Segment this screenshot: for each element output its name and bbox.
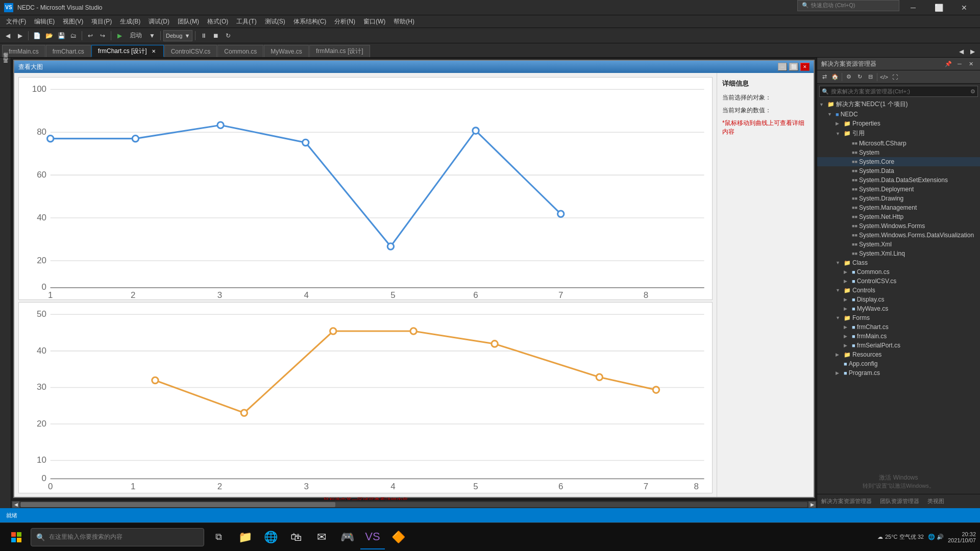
- taskbar-another-app[interactable]: 🔶: [386, 525, 410, 549]
- se-footer-team-explorer[interactable]: 团队资源管理器: [880, 497, 919, 505]
- se-close-btn[interactable]: ✕: [966, 59, 976, 69]
- toolbar-btn1[interactable]: ⏸: [198, 30, 209, 41]
- sidebar-item-toolbox[interactable]: 工具箱: [1, 65, 10, 69]
- tree-app-config[interactable]: ■ App.config: [817, 359, 980, 368]
- taskbar-mail-app[interactable]: ✉: [309, 525, 334, 549]
- taskbar-edge-app[interactable]: 🌐: [258, 525, 283, 549]
- toolbar-btn3[interactable]: ↻: [223, 30, 234, 41]
- tree-project-nedc[interactable]: ▼ ■ NEDC: [817, 110, 980, 119]
- restore-button[interactable]: ⬜: [927, 0, 950, 15]
- hscroll-right[interactable]: ▶: [808, 502, 816, 508]
- se-footer-solution-explorer[interactable]: 解决方案资源管理器: [821, 497, 872, 505]
- tab-scroll-right[interactable]: ▶: [967, 46, 978, 57]
- tab-frmmain-cs[interactable]: frmMain.cs: [2, 45, 45, 57]
- tab-common[interactable]: Common.cs: [217, 45, 263, 57]
- se-refresh-btn[interactable]: ↻: [854, 72, 865, 82]
- taskbar-explorer-app[interactable]: 📁: [233, 525, 257, 549]
- toolbar-open[interactable]: 📂: [43, 30, 55, 41]
- toolbar-new[interactable]: 📄: [31, 30, 42, 41]
- toolbar-back[interactable]: ◀: [2, 30, 13, 41]
- tab-frmchart-design[interactable]: frmChart.cs [设计] ✕: [91, 45, 164, 57]
- tree-controlcsv-cs[interactable]: ▶ ■ ControlCSV.cs: [817, 277, 980, 286]
- tree-ref-system-nethttp[interactable]: ■■ System.Net.Http: [817, 212, 980, 221]
- se-prop-btn[interactable]: ⚙: [844, 72, 854, 82]
- sidebar-item-server-explorer[interactable]: 服务器: [1, 60, 10, 64]
- menu-team[interactable]: 团队(M): [174, 15, 203, 28]
- tree-ref-microsoft-csharp[interactable]: ■■ Microsoft.CSharp: [817, 139, 980, 148]
- tree-controls-folder[interactable]: ▼ 📁 Controls: [817, 286, 980, 295]
- tree-ref-system-data[interactable]: ■■ System.Data: [817, 166, 980, 176]
- taskview-button[interactable]: ⧉: [206, 525, 231, 549]
- menu-help[interactable]: 帮助(H): [389, 15, 419, 28]
- taskbar-vs-app[interactable]: VS: [360, 525, 385, 549]
- se-expand-btn[interactable]: ⛶: [890, 72, 900, 82]
- tree-ref-system-xml-linq[interactable]: ■■ System.Xml.Linq: [817, 249, 980, 258]
- tray-clock[interactable]: 20:32 2021/10/07: [948, 531, 976, 543]
- menu-edit[interactable]: 编辑(E): [30, 15, 59, 28]
- network-icon[interactable]: 🌐: [928, 534, 935, 540]
- toolbar-redo[interactable]: ↪: [97, 30, 108, 41]
- tab-scroll-left[interactable]: ◀: [955, 46, 967, 57]
- taskbar-search[interactable]: 🔍 在这里输入你要搜索的内容: [31, 528, 204, 546]
- chart-upper[interactable]: 100 80 60 40 20 0: [18, 77, 713, 300]
- tree-frmserialport-cs[interactable]: ▶ ■ frmSerialPort.cs: [817, 341, 980, 350]
- tab-frmmain-design[interactable]: frmMain.cs [设计]: [309, 45, 370, 57]
- tree-ref-system-winforms[interactable]: ■■ System.Windows.Forms: [817, 221, 980, 231]
- menu-test[interactable]: 测试(S): [261, 15, 289, 28]
- tab-frmchart-cs[interactable]: frmChart.cs: [46, 45, 91, 57]
- toolbar-forward[interactable]: ▶: [14, 30, 26, 41]
- menu-build[interactable]: 生成(B): [116, 15, 144, 28]
- tree-ref-system-drawing[interactable]: ■■ System.Drawing: [817, 194, 980, 203]
- form-restore-btn[interactable]: ⬜: [789, 63, 798, 71]
- tree-properties[interactable]: ▶ 📁 Properties: [817, 119, 980, 128]
- toolbar-undo[interactable]: ↩: [85, 30, 96, 41]
- tree-mywave-cs[interactable]: ▶ ■ MyWave.cs: [817, 304, 980, 313]
- tree-ref-system-data-dse[interactable]: ■■ System.Data.DataSetExtensions: [817, 176, 980, 185]
- se-code-btn[interactable]: </>: [879, 72, 889, 82]
- tree-ref-system-management[interactable]: ■■ System.Management: [817, 203, 980, 212]
- se-collapse-btn[interactable]: ─: [954, 59, 965, 69]
- menu-architecture[interactable]: 体系结构(C): [289, 15, 331, 28]
- toolbar-save[interactable]: 💾: [56, 30, 67, 41]
- tree-ref-system-deployment[interactable]: ■■ System.Deployment: [817, 185, 980, 194]
- menu-debug[interactable]: 调试(D): [144, 15, 174, 28]
- menu-analyze[interactable]: 分析(N): [330, 15, 359, 28]
- quick-launch[interactable]: 🔍 快速启动 (Ctrl+Q): [797, 0, 899, 11]
- toolbar-saveall[interactable]: 🗂: [68, 30, 79, 41]
- tab-controlcsv[interactable]: ControlCSV.cs: [164, 45, 217, 57]
- tree-display-cs[interactable]: ▶ ■ Display.cs: [817, 295, 980, 304]
- tree-frmchart-cs[interactable]: ▶ ■ frmChart.cs: [817, 322, 980, 332]
- se-search-settings[interactable]: ⚙: [970, 88, 975, 95]
- se-footer-class-view[interactable]: 类视图: [927, 497, 944, 505]
- menu-view[interactable]: 视图(V): [59, 15, 87, 28]
- form-close-btn[interactable]: ✕: [800, 63, 810, 71]
- se-pin-btn[interactable]: 📌: [943, 59, 953, 69]
- tree-resources-folder[interactable]: ▶ 📁 Resources: [817, 350, 980, 359]
- menu-tools[interactable]: 工具(T): [232, 15, 260, 28]
- tree-program-cs[interactable]: ▶ ■ Program.cs: [817, 368, 980, 378]
- tab-mywave[interactable]: MyWave.cs: [264, 45, 309, 57]
- se-search-input[interactable]: [829, 88, 970, 94]
- debug-dropdown[interactable]: Debug ▼: [163, 30, 192, 41]
- tree-solution[interactable]: ▼ 📁 解决方案'NEDC'(1 个项目): [817, 99, 980, 110]
- chart-lower[interactable]: 50 40 30 20 10 0: [18, 302, 713, 493]
- hscroll-left[interactable]: ◀: [12, 502, 19, 508]
- tree-ref-system-winforms-dv[interactable]: ■■ System.Windows.Forms.DataVisualizatio…: [817, 231, 980, 240]
- tree-ref-system[interactable]: ■■ System: [817, 148, 980, 157]
- hscroll-track[interactable]: [20, 502, 807, 507]
- minimize-button[interactable]: ─: [901, 0, 925, 15]
- tree-references[interactable]: ▼ 📁 引用: [817, 128, 980, 139]
- tab-close-frmchart-design[interactable]: ✕: [150, 47, 157, 55]
- tree-common-cs[interactable]: ▶ ■ Common.cs: [817, 267, 980, 277]
- menu-format[interactable]: 格式(O): [203, 15, 232, 28]
- taskbar-store-app[interactable]: 🛍: [284, 525, 308, 549]
- toolbar-btn2[interactable]: ⏹: [210, 30, 222, 41]
- se-sync-btn[interactable]: ⇄: [819, 72, 829, 82]
- close-button[interactable]: ✕: [952, 0, 976, 15]
- menu-window[interactable]: 窗口(W): [359, 15, 389, 28]
- tree-ref-system-xml[interactable]: ■■ System.Xml: [817, 240, 980, 249]
- menu-project[interactable]: 项目(P): [87, 15, 116, 28]
- hscrollbar[interactable]: ◀ ▶: [11, 500, 817, 508]
- taskbar-steam-app[interactable]: 🎮: [335, 525, 359, 549]
- toolbar-start-icon[interactable]: ▶: [114, 30, 125, 41]
